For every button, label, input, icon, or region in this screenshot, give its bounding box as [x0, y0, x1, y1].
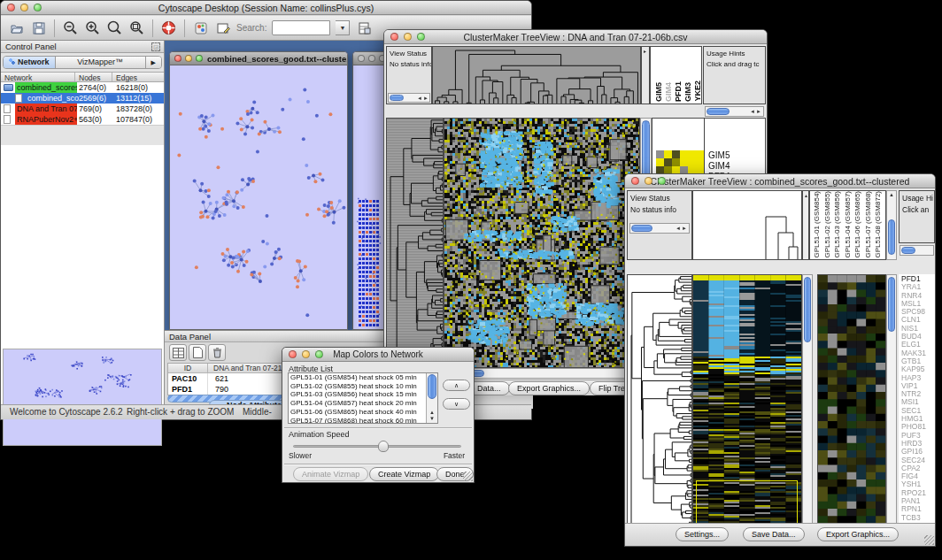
scroll-down-icon[interactable]: ▼	[429, 416, 435, 421]
window-controls[interactable]	[7, 4, 42, 12]
main-titlebar[interactable]: Cytoscape Desktop (Session Name: collins…	[1, 1, 531, 15]
tv1-hints-scrollbar[interactable]: ◄ ►	[705, 106, 764, 117]
window-controls[interactable]	[174, 55, 203, 62]
close-icon[interactable]	[631, 177, 639, 185]
map-colors-titlebar[interactable]: Map Colors to Network	[282, 348, 474, 362]
network-table-row[interactable]: DNA and Tran 07 769(0) 183728(0)	[1, 104, 164, 114]
close-icon[interactable]	[289, 350, 297, 358]
gene-label[interactable]: GIM4	[708, 161, 764, 172]
animate-vizmap-button[interactable]: Animate Vizmap	[293, 467, 368, 481]
window-controls[interactable]	[390, 33, 425, 41]
tv2-row-dendrogram[interactable]	[627, 274, 692, 539]
scroll-left-icon[interactable]: ◄	[676, 226, 681, 231]
tv2-labels-scrollbar[interactable]: ▲	[886, 190, 897, 260]
tv2-zoom-vscrollbar[interactable]: ▲ ▼	[886, 274, 897, 539]
scroll-left-icon[interactable]: ◄	[417, 96, 422, 101]
minimize-icon[interactable]	[20, 4, 28, 12]
attribute-item[interactable]: GPL51-07 (GSM868) heat shock 60 min	[289, 417, 437, 424]
tv1-column-dendrogram[interactable]	[432, 46, 641, 104]
zoom-selected-icon[interactable]	[106, 19, 123, 36]
treeview1-titlebar[interactable]: ClusterMaker TreeView : DNA and Tran 07-…	[384, 30, 767, 44]
window-controls[interactable]	[289, 350, 323, 358]
window-controls[interactable]	[358, 55, 386, 62]
resize-grip[interactable]	[463, 472, 473, 481]
network-table-row[interactable]: combined_sco 2569(6) 13112(15)	[1, 93, 164, 104]
animation-speed-slider[interactable]	[293, 445, 461, 448]
move-up-button[interactable]: ∧	[443, 380, 470, 391]
zoom-window-icon[interactable]	[658, 177, 666, 185]
network-canvas-1[interactable]	[170, 65, 347, 329]
minimize-icon[interactable]	[645, 177, 652, 185]
attribute-item[interactable]: GPL51-04 (GSM857) heat shock 20 min	[289, 399, 437, 408]
attribute-list-scrollbar[interactable]: ▲ ▼	[426, 373, 437, 423]
annotation-icon[interactable]	[214, 19, 231, 36]
attribute-list[interactable]: GPL51-01 (GSM854) heat shock 05 minGPL51…	[288, 372, 438, 424]
help-lifering-icon[interactable]	[160, 19, 177, 36]
import-table-icon[interactable]	[355, 19, 372, 36]
scroll-up-icon[interactable]: ▲	[429, 410, 435, 415]
tv1-export-graphics-button[interactable]: Export Graphics...	[508, 381, 590, 395]
tv2-heatmap[interactable]	[692, 274, 802, 539]
search-input[interactable]	[272, 20, 330, 35]
minimize-icon[interactable]	[404, 33, 412, 41]
gene-label[interactable]: GIM5	[708, 150, 764, 161]
zoom-window-icon[interactable]	[34, 4, 42, 12]
scroll-right-icon[interactable]: ►	[423, 96, 429, 101]
tab-overflow-arrow-icon[interactable]: ▶	[146, 57, 161, 68]
network-window-1-titlebar[interactable]: combined_scores_good.txt--cluste...	[170, 52, 347, 65]
tab-vizmapper[interactable]: VizMapper™	[56, 57, 146, 68]
map-colors-dialog: Map Colors to Network Attribute List GPL…	[282, 347, 475, 483]
zoom-window-icon[interactable]	[315, 350, 323, 358]
network-table-row[interactable]: combined_scores 2764(0) 16218(0)	[1, 82, 164, 93]
select-attributes-icon[interactable]	[169, 344, 187, 361]
tv1-column-labels: GIM5GIM4PFD1GIM3YKE2PAC10	[650, 46, 702, 104]
tv2-save-data-button[interactable]: Save Data...	[743, 527, 805, 541]
close-icon[interactable]	[390, 33, 398, 41]
scroll-right-icon[interactable]: ►	[756, 109, 761, 114]
tv1-splitter-strip[interactable]: ▸	[641, 46, 650, 104]
scroll-right-icon[interactable]: ►	[682, 226, 687, 231]
tv2-hints-scrollbar[interactable]	[900, 245, 934, 256]
tv1-heatmap[interactable]	[444, 118, 640, 368]
move-down-button[interactable]: ∨	[443, 398, 470, 410]
tv2-splitter-strip[interactable]: ▲	[802, 190, 809, 260]
attribute-item[interactable]: GPL51-01 (GSM854) heat shock 05 min	[289, 373, 437, 382]
tab-network[interactable]: Network	[4, 57, 56, 68]
tv2-settings-button[interactable]: Settings...	[676, 527, 729, 541]
attribute-item[interactable]: GPL51-03 (GSM856) heat shock 15 min	[289, 390, 437, 399]
tv1-status-scrollbar[interactable]: ◄ ►	[388, 93, 430, 103]
expand-arrow-icon[interactable]: ▸	[644, 49, 646, 54]
tv2-column-dendrogram[interactable]	[692, 190, 802, 260]
scroll-up-icon[interactable]: ▲	[889, 192, 894, 197]
open-file-icon[interactable]	[8, 19, 25, 36]
attribute-item[interactable]: GPL51-06 (GSM865) heat shock 40 min	[289, 408, 437, 417]
create-vizmap-button[interactable]: Create Vizmap	[369, 467, 439, 481]
tv2-status-scrollbar[interactable]: ◄ ►	[629, 223, 690, 234]
tv2-heatmap-vscrollbar[interactable]: ▲ ▼	[802, 274, 813, 539]
search-dropdown-icon[interactable]: ▼	[336, 20, 350, 35]
save-icon[interactable]	[30, 19, 47, 36]
zoom-out-icon[interactable]	[62, 19, 79, 36]
tv1-view-status-panel: View Status No status info f ◄ ►	[386, 46, 432, 104]
expand-arrow-icon[interactable]: ▲	[804, 193, 808, 198]
attribute-item[interactable]: GPL51-02 (GSM855) heat shock 10 min	[289, 382, 437, 391]
tv2-export-graphics-button[interactable]: Export Graphics...	[817, 527, 899, 541]
network-overview-thumbnail[interactable]	[3, 349, 162, 446]
zoom-in-icon[interactable]	[84, 19, 101, 36]
tv1-row-dendrogram[interactable]	[386, 118, 444, 368]
zoom-window-icon[interactable]	[417, 33, 425, 41]
minimize-icon[interactable]	[302, 350, 310, 358]
close-icon[interactable]	[7, 4, 15, 12]
slider-thumb[interactable]	[378, 441, 389, 452]
delete-attribute-trash-icon[interactable]	[208, 344, 226, 361]
new-attribute-icon[interactable]	[189, 344, 206, 361]
zoom-fit-icon[interactable]	[128, 19, 145, 36]
tv2-zoom-heatmap[interactable]	[817, 274, 886, 539]
float-panel-icon[interactable]: ◲	[151, 42, 160, 51]
treeview2-titlebar[interactable]: ClusterMaker TreeView : combined_scores_…	[625, 174, 935, 188]
network-table-row[interactable]: RNAPuberNov2+ 563(0) 107847(0)	[1, 114, 164, 125]
resize-grip[interactable]	[924, 535, 934, 545]
scroll-left-icon[interactable]: ◄	[750, 109, 755, 114]
window-controls[interactable]	[631, 177, 666, 185]
vizmap-icon[interactable]	[192, 19, 209, 36]
